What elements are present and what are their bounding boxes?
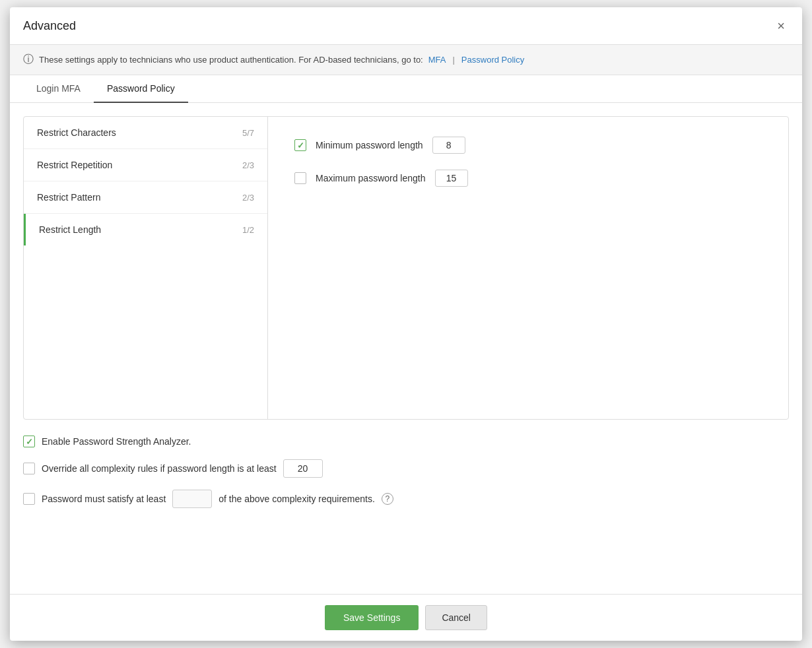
nav-label-restrict-pattern: Restrict Pattern (37, 192, 100, 203)
tab-password-policy[interactable]: Password Policy (94, 75, 188, 103)
satisfy-complexity-input[interactable] (172, 490, 212, 508)
modal-body: Restrict Characters 5/7 Restrict Repetit… (10, 103, 802, 594)
max-length-checkbox[interactable] (294, 172, 306, 184)
password-strength-label: Enable Password Strength Analyzer. (42, 436, 191, 447)
password-policy-link[interactable]: Password Policy (461, 55, 524, 65)
nav-item-restrict-pattern[interactable]: Restrict Pattern 2/3 (24, 181, 267, 214)
sidebar-nav: Restrict Characters 5/7 Restrict Repetit… (24, 117, 268, 419)
main-content: Restrict Characters 5/7 Restrict Repetit… (23, 116, 789, 420)
password-strength-checkbox[interactable] (23, 436, 35, 447)
override-complexity-row: Override all complexity rules if passwor… (23, 459, 789, 478)
help-icon[interactable]: ? (382, 493, 393, 505)
nav-label-restrict-repetition: Restrict Repetition (37, 160, 112, 170)
override-complexity-label-before: Override all complexity rules if passwor… (42, 463, 277, 474)
nav-count-restrict-characters: 5/7 (242, 128, 254, 138)
mfa-link[interactable]: MFA (428, 55, 446, 65)
info-icon: ⓘ (23, 53, 34, 67)
override-complexity-checkbox[interactable] (23, 463, 35, 474)
footer-options: Enable Password Strength Analyzer. Overr… (23, 433, 789, 508)
min-length-checkbox[interactable] (294, 139, 306, 151)
nav-label-restrict-length: Restrict Length (39, 224, 101, 235)
close-button[interactable]: × (773, 18, 789, 34)
nav-item-restrict-characters[interactable]: Restrict Characters 5/7 (24, 117, 267, 149)
nav-item-restrict-repetition[interactable]: Restrict Repetition 2/3 (24, 149, 267, 181)
info-banner: ⓘ These settings apply to technicians wh… (10, 45, 802, 75)
cancel-button[interactable]: Cancel (425, 605, 487, 630)
max-length-input[interactable] (435, 170, 468, 187)
modal-title: Advanced (23, 19, 76, 33)
max-length-label: Maximum password length (316, 173, 426, 183)
separator: | (452, 55, 454, 65)
content-area: Minimum password length Maximum password… (268, 117, 788, 419)
advanced-modal: Advanced × ⓘ These settings apply to tec… (10, 7, 802, 641)
min-length-input[interactable] (432, 137, 465, 154)
modal-header: Advanced × (10, 7, 802, 45)
nav-label-restrict-characters: Restrict Characters (37, 127, 116, 138)
nav-item-restrict-length[interactable]: Restrict Length 1/2 (24, 214, 267, 245)
nav-count-restrict-repetition: 2/3 (242, 160, 254, 170)
nav-count-restrict-length: 1/2 (242, 225, 254, 235)
modal-footer: Save Settings Cancel (10, 594, 802, 641)
min-length-label: Minimum password length (316, 140, 423, 150)
info-text: These settings apply to technicians who … (39, 55, 423, 65)
satisfy-complexity-row: Password must satisfy at least of the ab… (23, 490, 789, 508)
tabs-bar: Login MFA Password Policy (10, 75, 802, 103)
min-length-row: Minimum password length (294, 137, 762, 154)
max-length-row: Maximum password length (294, 170, 762, 187)
override-complexity-input[interactable] (283, 459, 323, 478)
nav-count-restrict-pattern: 2/3 (242, 193, 254, 203)
password-strength-row: Enable Password Strength Analyzer. (23, 436, 789, 447)
satisfy-complexity-label-after: of the above complexity requirements. (219, 494, 375, 504)
save-settings-button[interactable]: Save Settings (325, 605, 419, 630)
tab-login-mfa[interactable]: Login MFA (23, 75, 94, 103)
satisfy-complexity-checkbox[interactable] (23, 493, 35, 505)
satisfy-complexity-label-before: Password must satisfy at least (42, 494, 166, 504)
